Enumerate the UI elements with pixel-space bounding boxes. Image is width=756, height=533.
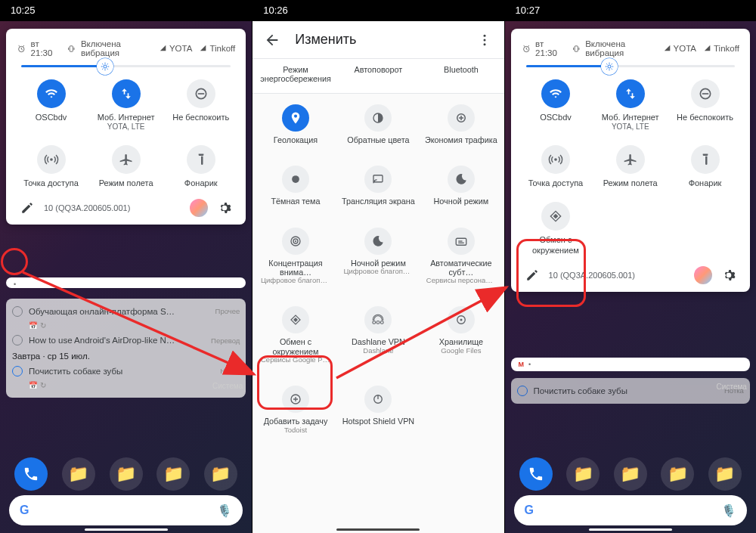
airplane-icon xyxy=(623,152,638,167)
google-search-bar[interactable]: G 🎙️ xyxy=(9,495,243,525)
folder-icon[interactable]: 📁 xyxy=(204,457,237,491)
tile-label: Точка доступа xyxy=(528,178,583,188)
assistant-icon[interactable]: 🎙️ xyxy=(721,504,736,518)
tile-label: Точка доступа xyxy=(23,178,78,188)
tile-label: Обмен с окружением xyxy=(529,235,582,255)
back-button[interactable] xyxy=(263,31,281,49)
edit-button[interactable] xyxy=(523,266,541,284)
edit-button[interactable] xyxy=(18,199,36,217)
folder-icon[interactable]: 📁 xyxy=(566,457,600,491)
signal-icon xyxy=(704,45,711,52)
edit-tile-invert[interactable]: Обратные цвета xyxy=(337,98,420,150)
flashlight-icon xyxy=(698,152,713,167)
tile-label: Ночной режим xyxy=(351,259,406,268)
brightness-slider[interactable] xyxy=(519,65,742,72)
tile-label: Dashlane VPN xyxy=(352,337,405,346)
qs-tile-hotspot[interactable]: Точка доступа xyxy=(519,138,593,194)
edit-top-row: Режим энергосбереженияАвтоповоротBluetoo… xyxy=(253,59,503,94)
tile-label: Хранилище xyxy=(439,337,483,346)
edit-tile-night2[interactable]: Ночной режим Цифровое благопол… xyxy=(337,222,420,292)
edit-tile-add[interactable]: Добавить задачу Todoist xyxy=(254,380,336,440)
task-text: Обучающая онлайн-платформа S… xyxy=(29,306,209,317)
edit-top-label[interactable]: Автоповорот xyxy=(337,64,420,85)
nav-handle[interactable] xyxy=(85,528,168,531)
settings-button[interactable] xyxy=(215,199,234,217)
folder-icon[interactable]: 📁 xyxy=(614,457,647,491)
user-avatar[interactable] xyxy=(190,199,208,217)
assistant-icon[interactable]: 🎙️ xyxy=(217,504,232,518)
edit-top-label[interactable]: Bluetooth xyxy=(420,64,502,85)
tile-label: Режим полета xyxy=(603,178,658,188)
carrier-1: YOTA xyxy=(664,44,696,53)
notification-collapsed[interactable]: • xyxy=(6,277,246,288)
quick-settings-panel: вт 21:30 Включена вибрация YOTA Tinkoff … xyxy=(6,29,246,225)
airplane-icon xyxy=(119,152,134,167)
edit-tile-focus[interactable]: Концентрация внима… Цифровое благопол… xyxy=(254,222,336,292)
signal-icon xyxy=(160,45,167,52)
todo-widget[interactable]: Почистить собаке зубыНотка xyxy=(511,378,750,404)
hotspot-icon xyxy=(44,152,59,167)
tile-label: Геолокация xyxy=(274,135,318,144)
qs-tile-wifi[interactable]: OSCbdv xyxy=(14,72,88,138)
edit-tile-cast[interactable]: Трансляция экрана xyxy=(337,160,420,212)
edit-tiles-page: Изменить Режим энергосбереженияАвтоповор… xyxy=(253,21,503,533)
tile-sublabel: Todoist xyxy=(284,426,307,435)
vibration-icon xyxy=(67,44,76,54)
qs-tile-flashlight[interactable]: Фонарик xyxy=(163,138,238,194)
task-text: Почистить собаке зубы xyxy=(534,386,718,396)
clock: 10:26 xyxy=(263,5,288,16)
qs-tile-wifi[interactable]: OSCbdv xyxy=(519,72,593,138)
settings-button[interactable] xyxy=(720,266,738,284)
focus-icon xyxy=(289,234,302,248)
qs-tile-hotspot[interactable]: Точка доступа xyxy=(14,138,88,194)
system-folder-label: Система xyxy=(717,383,747,391)
edit-tile-location[interactable]: Геолокация xyxy=(254,98,336,150)
edit-tile-caption[interactable]: Автоматические субт… Сервисы персонализ… xyxy=(420,222,502,292)
folder-icon[interactable]: 📁 xyxy=(110,457,143,491)
edit-tile-datasaver[interactable]: Экономия трафика xyxy=(420,98,502,150)
qs-tile-dnd[interactable]: Не беспокоить xyxy=(163,72,238,138)
edit-tile-storage[interactable]: Хранилище Google Files xyxy=(420,300,502,370)
night-icon xyxy=(454,172,468,186)
build-text: 10 (QQ3A.200605.001) xyxy=(44,203,130,212)
wifi-icon xyxy=(548,86,563,101)
signal-icon xyxy=(200,45,207,52)
brightness-slider[interactable] xyxy=(14,65,238,72)
qs-tile-nearby-share[interactable]: Обмен с окружением xyxy=(519,194,593,261)
hotspot-icon xyxy=(548,152,563,167)
page-title: Изменить xyxy=(295,32,461,48)
edit-tile-dark[interactable]: Тёмная тема xyxy=(254,160,336,212)
edit-tile-night[interactable]: Ночной режим xyxy=(420,160,502,212)
dnd-icon xyxy=(194,86,209,101)
clock: 10:25 xyxy=(11,5,36,16)
nav-handle[interactable] xyxy=(589,528,672,531)
qs-tile-airplane[interactable]: Режим полета xyxy=(593,138,668,194)
user-avatar[interactable] xyxy=(694,266,712,284)
alarm-icon xyxy=(522,44,531,54)
phone-app-icon[interactable] xyxy=(14,457,48,491)
folder-icon[interactable]: 📁 xyxy=(62,457,95,491)
google-search-bar[interactable]: G 🎙️ xyxy=(514,495,747,525)
gear-icon xyxy=(217,200,232,215)
qs-tile-dnd[interactable]: Не беспокоить xyxy=(668,72,742,138)
edit-tile-vpn[interactable]: Dashlane VPN Dashlane xyxy=(337,300,420,370)
google-icon: G xyxy=(525,504,534,517)
folder-icon[interactable]: 📁 xyxy=(661,457,694,491)
tile-label: Фонарик xyxy=(689,178,722,188)
edit-top-label[interactable]: Режим энергосбережения xyxy=(254,64,336,85)
edit-tile-power[interactable]: Hotspot Shield VPN xyxy=(337,380,420,440)
phone-app-icon[interactable] xyxy=(519,457,553,491)
edit-tile-nearby[interactable]: Обмен с окружением Сервисы Google Pla… xyxy=(254,300,336,370)
folder-icon[interactable]: 📁 xyxy=(708,457,742,491)
notification-gmail[interactable]: M • xyxy=(511,358,750,371)
nav-handle[interactable] xyxy=(336,528,420,531)
tile-label: Добавить задачу xyxy=(264,417,328,426)
more-button[interactable] xyxy=(476,31,494,49)
qs-tile-data[interactable]: Моб. Интернет YOTA, LTE xyxy=(88,72,163,138)
tile-label: Режим полета xyxy=(99,178,153,188)
qs-tile-data[interactable]: Моб. Интернет YOTA, LTE xyxy=(593,72,668,138)
todo-widget[interactable]: Обучающая онлайн-платформа S…Прочее 📅 ↻ … xyxy=(6,299,246,398)
folder-icon[interactable]: 📁 xyxy=(156,457,190,491)
qs-tile-flashlight[interactable]: Фонарик xyxy=(668,138,742,194)
qs-tile-airplane[interactable]: Режим полета xyxy=(88,138,163,194)
